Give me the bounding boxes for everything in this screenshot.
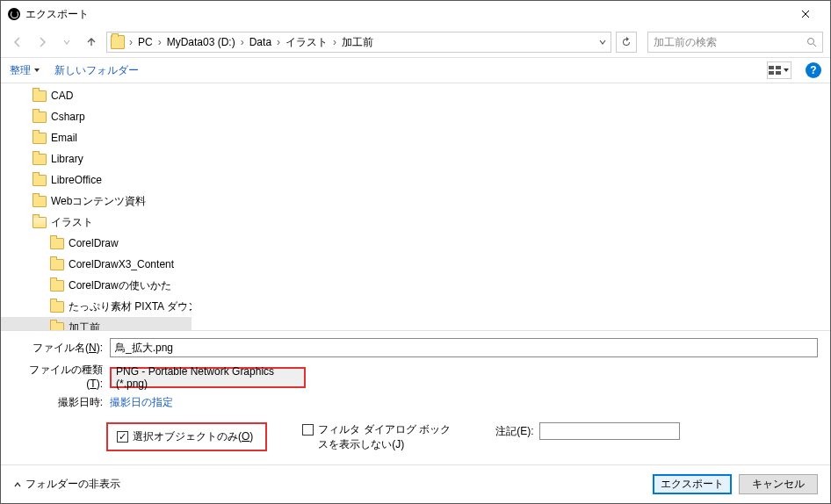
up-button[interactable] [82, 32, 101, 52]
tree-item[interactable]: Library [1, 148, 191, 169]
app-icon [8, 8, 20, 20]
toolbar: 整理 新しいフォルダー ? [1, 57, 830, 83]
arrow-left-icon [11, 36, 24, 48]
help-button[interactable]: ? [806, 62, 821, 78]
folder-icon [50, 259, 64, 270]
view-icon [769, 66, 781, 75]
tree-item-label: Library [51, 153, 83, 165]
tree-item[interactable]: たっぷり素材 PIXTA ダウンロ [1, 296, 191, 317]
tree-item-label: CorelDraw [69, 237, 119, 249]
note-input[interactable] [539, 422, 680, 440]
chevron-right-icon: › [277, 36, 280, 48]
tree-item-label: CAD [51, 90, 73, 102]
breadcrumb-item[interactable]: 加工前 [339, 33, 376, 52]
folder-icon [33, 154, 47, 165]
tree-item[interactable]: CorelDraw [1, 233, 191, 254]
new-folder-button[interactable]: 新しいフォルダー [54, 63, 139, 78]
forward-button[interactable] [33, 32, 52, 52]
breadcrumb-item[interactable]: MyData03 (D:) [164, 34, 238, 50]
filetype-row: ファイルの種類(T): PNG - Portable Network Graph… [13, 363, 818, 390]
folder-icon [33, 196, 47, 207]
main-area: CADCsharpEmailLibraryLibreOfficeWebコンテンツ… [1, 83, 830, 331]
tree-item-label: たっぷり素材 PIXTA ダウンロ [69, 299, 191, 314]
refresh-button[interactable] [616, 32, 637, 53]
view-button[interactable] [767, 61, 791, 79]
tree-item-label: Csharp [51, 111, 85, 123]
tree-item[interactable]: LibreOffice [1, 169, 191, 191]
svg-rect-1 [769, 66, 774, 69]
selected-only-highlight: 選択オブジェクトのみ(O) [106, 422, 267, 451]
tree-item-label: Webコンテンツ資料 [51, 194, 146, 209]
folder-tree: CADCsharpEmailLibraryLibreOfficeWebコンテンツ… [1, 83, 191, 330]
cancel-button[interactable]: キャンセル [739, 474, 818, 494]
tree-item[interactable]: 加工前 [1, 317, 191, 330]
date-link[interactable]: 撮影日の指定 [110, 395, 173, 410]
export-button[interactable]: エクスポート [653, 474, 732, 494]
folder-icon [50, 280, 64, 292]
filetype-label: ファイルの種類(T): [13, 363, 110, 390]
breadcrumb-item[interactable]: イラスト [283, 33, 330, 52]
folder-icon [33, 90, 47, 102]
tree-item-label: CorelDrawの使いかた [69, 278, 171, 293]
search-icon [806, 37, 817, 47]
organize-button[interactable]: 整理 [10, 63, 40, 78]
svg-rect-4 [776, 71, 781, 75]
folder-icon [33, 112, 47, 123]
filetype-select[interactable]: PNG - Portable Network Graphics (*.png) [112, 369, 304, 386]
titlebar: エクスポート [1, 1, 830, 27]
navbar: › PC › MyData03 (D:) › Data › イラスト › 加工前… [1, 27, 830, 57]
chevron-down-icon [598, 38, 607, 47]
search-input[interactable]: 加工前の検索 [647, 32, 823, 53]
note-label: 注記(E): [495, 424, 533, 439]
tree-item[interactable]: CorelDrawX3_Content [1, 254, 191, 275]
tree-item[interactable]: CAD [1, 85, 191, 106]
tree-item[interactable]: イラスト [1, 212, 191, 233]
breadcrumb-dropdown[interactable] [598, 38, 607, 47]
breadcrumb-item[interactable]: PC [135, 34, 155, 50]
breadcrumb-item[interactable]: Data [247, 34, 274, 50]
checkbox-icon [117, 431, 128, 443]
breadcrumb[interactable]: › PC › MyData03 (D:) › Data › イラスト › 加工前 [106, 32, 611, 53]
arrow-up-icon [85, 36, 98, 48]
window-title: エクスポート [25, 7, 788, 22]
hide-folders-button[interactable]: フォルダーの非表示 [13, 477, 120, 492]
refresh-icon [621, 37, 632, 47]
date-label: 撮影日時: [13, 395, 110, 410]
close-button[interactable] [788, 2, 823, 26]
folder-icon [50, 238, 64, 249]
filename-row: ファイル名(N): [13, 338, 818, 357]
filename-input[interactable] [110, 338, 818, 357]
bottom-panel: ファイル名(N): ファイルの種類(T): PNG - Portable Net… [1, 331, 830, 464]
back-button[interactable] [8, 32, 27, 52]
tree-item[interactable]: Csharp [1, 106, 191, 127]
footer: フォルダーの非表示 エクスポート キャンセル [1, 464, 830, 503]
filename-label: ファイル名(N): [13, 341, 110, 356]
date-row: 撮影日時: 撮影日の指定 [13, 395, 818, 410]
tree-item[interactable]: Webコンテンツ資料 [1, 191, 191, 212]
chevron-right-icon: › [158, 36, 162, 48]
folder-icon [50, 322, 64, 331]
close-icon [801, 10, 810, 18]
no-filter-dialog-checkbox[interactable]: フィルタ ダイアログ ボックスを表示しない(J) [302, 422, 460, 452]
folder-icon [33, 175, 47, 186]
chevron-right-icon: › [129, 36, 133, 48]
tree-item-label: 加工前 [69, 320, 100, 331]
chevron-up-icon [13, 480, 22, 489]
note-field: 注記(E): [495, 422, 679, 440]
folder-icon [111, 35, 125, 49]
tree-item[interactable]: CorelDrawの使いかた [1, 275, 191, 296]
chevron-down-icon [62, 38, 71, 47]
dropdown-icon [33, 67, 40, 74]
file-list[interactable] [191, 83, 830, 330]
recent-dropdown[interactable] [57, 32, 76, 52]
svg-rect-2 [776, 66, 781, 69]
tree-item[interactable]: Email [1, 127, 191, 148]
chevron-right-icon: › [241, 36, 244, 48]
folder-icon [33, 133, 47, 144]
dropdown-icon [783, 67, 790, 74]
options-row: 選択オブジェクトのみ(O) フィルタ ダイアログ ボックスを表示しない(J) 注… [13, 422, 818, 452]
checkbox-icon [302, 424, 314, 436]
selected-only-checkbox[interactable]: 選択オブジェクトのみ(O) [117, 429, 253, 444]
tree-item-label: イラスト [51, 215, 93, 230]
svg-rect-3 [769, 71, 774, 75]
